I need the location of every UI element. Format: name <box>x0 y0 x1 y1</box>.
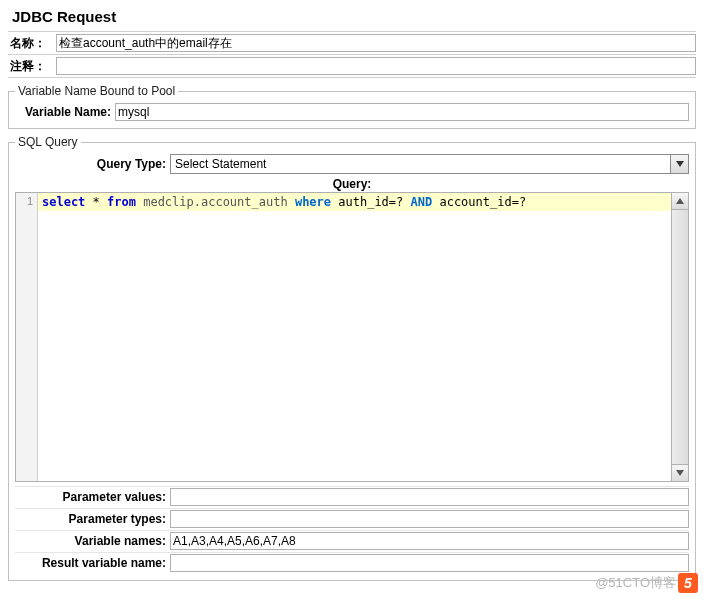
result-fields: Parameter values: Parameter types: Varia… <box>15 486 689 573</box>
pool-legend: Variable Name Bound to Pool <box>15 84 178 98</box>
pool-var-label: Variable Name: <box>15 105 115 119</box>
sql-fieldset: SQL Query Query Type: Select Statement Q… <box>8 135 696 581</box>
svg-marker-1 <box>676 198 684 204</box>
pool-var-input[interactable] <box>115 103 689 121</box>
sql-editor[interactable]: 1 select * from medclip.account_auth whe… <box>15 192 689 482</box>
param-values-label: Parameter values: <box>15 490 170 504</box>
var-names-label: Variable names: <box>15 534 170 548</box>
svg-marker-0 <box>676 161 684 167</box>
name-input[interactable] <box>56 34 696 52</box>
comment-input[interactable] <box>56 57 696 75</box>
sql-legend: SQL Query <box>15 135 81 149</box>
param-values-input[interactable] <box>170 488 689 506</box>
scroll-down-icon[interactable] <box>672 464 688 481</box>
result-var-label: Result variable name: <box>15 556 170 570</box>
chevron-down-icon[interactable] <box>670 155 688 173</box>
comment-row: 注释： <box>8 54 696 78</box>
svg-marker-2 <box>676 470 684 476</box>
param-types-input[interactable] <box>170 510 689 528</box>
code-line-1: select * from medclip.account_auth where… <box>38 193 671 211</box>
query-type-label: Query Type: <box>15 157 170 171</box>
query-type-value: Select Statement <box>171 155 670 173</box>
param-types-label: Parameter types: <box>15 512 170 526</box>
name-label: 名称： <box>8 35 56 52</box>
line-number: 1 <box>16 195 33 207</box>
comment-label: 注释： <box>8 58 56 75</box>
page-title: JDBC Request <box>12 8 696 25</box>
query-heading: Query: <box>15 177 689 191</box>
query-type-combo[interactable]: Select Statement <box>170 154 689 174</box>
vertical-scrollbar[interactable] <box>671 193 688 481</box>
code-area[interactable]: select * from medclip.account_auth where… <box>38 193 671 481</box>
pool-fieldset: Variable Name Bound to Pool Variable Nam… <box>8 84 696 129</box>
scroll-up-icon[interactable] <box>672 193 688 210</box>
name-row: 名称： <box>8 31 696 54</box>
result-var-input[interactable] <box>170 554 689 572</box>
jdbc-request-panel: JDBC Request 名称： 注释： Variable Name Bound… <box>0 0 704 589</box>
editor-gutter: 1 <box>16 193 38 481</box>
var-names-input[interactable] <box>170 532 689 550</box>
